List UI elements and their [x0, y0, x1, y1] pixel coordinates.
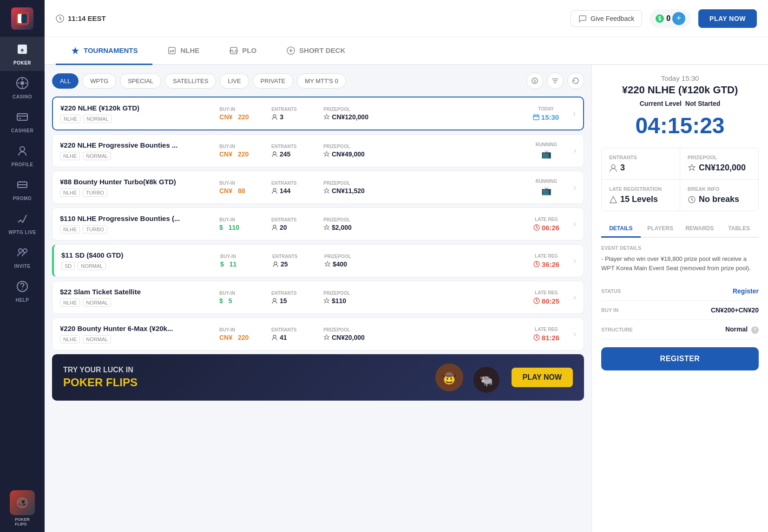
detail-buyin-label: BUY IN	[601, 307, 618, 313]
svg-point-38	[274, 262, 277, 265]
filter-live[interactable]: LIVE	[220, 73, 249, 89]
svg-rect-11	[17, 114, 27, 120]
svg-rect-13	[19, 118, 21, 119]
casino-icon	[16, 77, 29, 92]
filter-wptg[interactable]: WPTG	[82, 73, 116, 89]
tournament-card-3-entrants: ENTRANTS 144	[271, 181, 309, 195]
sidebar-poker-flips[interactable]: 🎩 POKERFLIPS	[10, 485, 35, 532]
filter-my-mtts[interactable]: MY MTT'S 0	[297, 73, 346, 89]
tournament-card-6[interactable]: $22 Slam Ticket Satellite NLHE NORMAL BU…	[52, 281, 584, 314]
tournament-card-3-title: ¥88 Bounty Hunter Turbo(¥8k GTD)	[60, 178, 212, 186]
svg-text:$: $	[533, 79, 536, 84]
tournament-card-3-entrants-value: 144	[271, 187, 309, 195]
tournament-card-5-title: $11 SD ($400 GTD)	[61, 251, 213, 259]
add-balance-button[interactable]: +	[672, 12, 685, 25]
play-now-button[interactable]: PLAY NOW	[698, 9, 757, 28]
filter-satellites[interactable]: SATELLITES	[165, 73, 216, 89]
sidebar-logo	[0, 0, 45, 37]
refresh-button[interactable]	[567, 72, 584, 89]
sidebar-item-promo[interactable]: PROMO	[0, 173, 45, 207]
detail-stat-prizepool: PRIZEPOOL CN¥120,000	[680, 148, 758, 179]
tournament-card-2[interactable]: ¥220 NLHE Progressive Bounties ... NLHE …	[52, 134, 584, 167]
detail-tab-rewards[interactable]: REWARDS	[680, 221, 720, 238]
tournament-card-6-time: 80:25	[533, 297, 559, 305]
tournament-card-2-buyin: BUY-IN CN¥ 220	[219, 144, 256, 158]
svg-text:♠: ♠	[20, 46, 24, 53]
register-button[interactable]: REGISTER	[601, 347, 759, 370]
detail-tab-tables[interactable]: TABLES	[719, 221, 759, 238]
poker-icon: ♠	[16, 43, 29, 58]
tournament-card-4[interactable]: $110 NLHE Progressive Bounties (... NLHE…	[52, 208, 584, 240]
calendar-icon	[533, 114, 539, 120]
sort-filter-button[interactable]	[547, 72, 564, 89]
sidebar: ♠ POKER CASINO CASHIER PROFILE PROMO	[0, 0, 45, 532]
tournament-card-4-tags: NLHE TURBO	[60, 225, 212, 234]
structure-help-icon[interactable]: ?	[751, 326, 759, 334]
filter-special[interactable]: SPECIAL	[120, 73, 161, 89]
tournament-card-2-entrants: ENTRANTS 245	[271, 144, 309, 158]
sidebar-item-casino[interactable]: CASINO	[0, 71, 45, 105]
tournament-card-5[interactable]: $11 SD ($400 GTD) SD NORMAL BUY-IN $ 11	[52, 244, 584, 277]
currency-filter-button[interactable]: $	[526, 72, 543, 89]
tournament-card-4-time: 06:26	[533, 224, 559, 232]
dollar-icon: $	[655, 14, 664, 23]
sidebar-item-profile-label: PROFILE	[12, 162, 33, 167]
filter-all[interactable]: ALL	[52, 73, 79, 89]
tournament-card-6-entrants-value: 15	[271, 297, 309, 305]
tab-short-deck[interactable]: SHORT DECK	[271, 37, 360, 65]
detail-level: Current Level Not Started	[601, 100, 759, 107]
tournament-card-6-stats: BUY-IN $ 5 ENTRANTS 15 PRIZEPOOL	[212, 291, 523, 305]
feedback-button[interactable]: Give Feedback	[571, 10, 642, 27]
tournament-card-4-entrants: ENTRANTS 20	[271, 217, 309, 231]
svg-point-36	[273, 225, 276, 228]
tournament-card-1-prizepool: PRIZEPOOL CN¥120,000	[323, 107, 368, 121]
sidebar-item-help[interactable]: HELP	[0, 274, 45, 308]
tournament-card-7-buyin: BUY-IN CN¥ 220	[219, 327, 256, 341]
detail-status-value[interactable]: Register	[733, 287, 759, 295]
help-icon	[16, 280, 29, 296]
tournament-card-1-main: ¥220 NLHE (¥120k GTD) NLHE NORMAL	[60, 104, 212, 123]
sidebar-item-wptg-live[interactable]: WPTG LIVE	[0, 207, 45, 240]
tournament-card-7[interactable]: ¥220 Bounty Hunter 6-Max (¥20k... NLHE N…	[52, 318, 584, 350]
event-details-title: EVENT DETAILS	[601, 245, 759, 251]
tournament-card-7-stats: BUY-IN CN¥ 220 ENTRANTS 41 PRIZEPOOL	[212, 327, 523, 341]
promo-banner[interactable]: TRY YOUR LUCK IN POKER FLIPS 🤠 🐃 PLAY NO…	[52, 354, 584, 401]
detail-level-value: Not Started	[685, 100, 720, 107]
promo-characters-image: 🤠 🐃	[421, 359, 514, 401]
tournament-card-7-status: LATE REG 81:26	[523, 327, 570, 342]
tournament-card-5-time: 36:26	[533, 260, 559, 268]
sidebar-item-invite[interactable]: INVITE	[0, 240, 45, 274]
tab-tournaments[interactable]: TOURNAMENTS	[56, 37, 152, 65]
sidebar-item-poker[interactable]: ♠ POKER	[0, 37, 45, 71]
clock-icon-7	[533, 334, 540, 341]
sidebar-item-cashier[interactable]: CASHIER	[0, 105, 45, 139]
detail-tab-players[interactable]: PLAYERS	[641, 221, 680, 238]
filter-private[interactable]: PRIVATE	[253, 73, 294, 89]
tournament-card-6-tag-1: NORMAL	[83, 298, 111, 307]
sidebar-item-poker-label: POKER	[13, 60, 31, 65]
tournament-card-4-status: LATE REG 06:26	[523, 217, 570, 232]
tournament-card-2-prizepool: PRIZEPOOL CN¥49,000	[323, 144, 365, 158]
tab-nlhe[interactable]: ♠♥ NLHE	[152, 37, 214, 65]
sidebar-item-profile[interactable]: PROFILE	[0, 139, 45, 173]
tournament-card-1[interactable]: ¥220 NLHE (¥120k GTD) NLHE NORMAL BUY-IN…	[52, 97, 584, 130]
detail-row-status: STATUS Register	[601, 282, 759, 301]
detail-tab-details[interactable]: DETAILS	[601, 221, 641, 238]
tab-plo[interactable]: PLO PLO	[214, 37, 271, 65]
tournament-card-1-status: TODAY 15:30	[523, 106, 569, 121]
tournament-card-1-entrants-value: 3	[271, 113, 309, 121]
tournament-card-5-status: LATE REG 36:26	[523, 253, 570, 268]
topbar-time: 11:14 EEST	[68, 14, 106, 22]
tournament-card-1-tag-1: NORMAL	[83, 115, 112, 123]
promo-play-button[interactable]: PLAY NOW	[512, 368, 573, 387]
tournament-card-2-prizepool-value: CN¥49,000	[323, 150, 365, 158]
detail-prizepool-label: PRIZEPOOL	[688, 155, 751, 160]
detail-row-buyin: BUY IN CN¥200+CN¥20	[601, 301, 759, 320]
tournament-card-6-buyin-value: $ 5	[219, 297, 256, 305]
tournament-card-6-tags: NLHE NORMAL	[60, 298, 212, 307]
tournament-card-5-stats: BUY-IN $ 11 ENTRANTS 25 PRIZEPOOL	[213, 254, 523, 268]
detail-structure-label: STRUCTURE	[601, 327, 633, 332]
tournament-card-3[interactable]: ¥88 Bounty Hunter Turbo(¥8k GTD) NLHE TU…	[52, 171, 584, 204]
tournament-card-5-entrants: ENTRANTS 25	[272, 254, 309, 268]
tournament-card-7-time: 81:26	[533, 334, 559, 342]
